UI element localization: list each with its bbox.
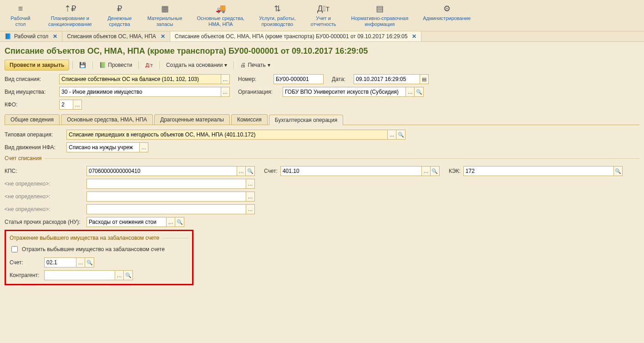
nav-materials[interactable]: ▦ Материальные запасы [140, 2, 190, 29]
ellipsis-icon[interactable]: … [139, 142, 148, 152]
ellipsis-icon[interactable]: … [246, 204, 255, 214]
other-expense-combo[interactable]: … 🔍 [86, 217, 184, 227]
run-and-close-button[interactable]: Провести и закрыть [5, 60, 69, 71]
nav-money[interactable]: ₽ Денежные средства [99, 2, 140, 29]
nav-admin[interactable]: ⚙ Администрирование [416, 2, 478, 29]
contractor-input[interactable] [44, 270, 115, 280]
org-label: Организация: [238, 89, 279, 95]
writeoff-type-input[interactable] [59, 74, 221, 84]
ellipsis-icon[interactable]: … [76, 257, 85, 267]
typical-op-label: Типовая операция: [5, 131, 64, 138]
kps-input[interactable] [86, 166, 237, 176]
writeoff-type-combo[interactable]: … [59, 74, 230, 84]
sliders-icon: ⇅ [259, 4, 295, 14]
kfo-label: КФО: [5, 101, 56, 108]
undef-label-3: <не определено>: [5, 206, 84, 212]
search-icon[interactable]: 🔍 [175, 217, 184, 227]
contractor-combo[interactable]: … 🔍 [44, 270, 133, 280]
property-type-combo[interactable]: … [59, 87, 230, 97]
nfa-move-combo[interactable]: … [66, 142, 148, 152]
search-icon[interactable]: 🔍 [246, 166, 255, 176]
ellipsis-icon[interactable]: … [115, 270, 124, 280]
document-toolbar: Провести и закрыть 💾 📗Провести Дͯт Созда… [5, 60, 639, 71]
search-icon[interactable]: 🔍 [396, 130, 406, 140]
date-field[interactable]: ▤ [354, 74, 429, 84]
ellipsis-icon[interactable]: … [246, 179, 255, 189]
ellipsis-icon[interactable]: … [421, 166, 431, 176]
kfo-combo[interactable]: … [59, 100, 82, 110]
undef-input-3[interactable] [86, 204, 246, 214]
ellipsis-icon[interactable]: … [246, 192, 255, 202]
tab-accounting-operation[interactable]: Бухгалтерская операция [269, 115, 343, 125]
nav-reference[interactable]: ▤ Нормативно-справочная информация [344, 2, 416, 29]
search-icon[interactable]: 🔍 [614, 166, 623, 176]
tab-writeoff-document[interactable]: Списание объектов ОС, НМА, НПА (кроме тр… [170, 31, 422, 41]
dk-button[interactable]: Дͯт [142, 61, 156, 70]
chart-icon: ⇡₽ [48, 4, 92, 14]
ellipsis-icon[interactable]: … [73, 100, 82, 110]
nav-fixed-assets[interactable]: 🚚 Основные средства, НМА, НПА [190, 2, 252, 29]
kek-combo[interactable]: 🔍 [463, 166, 623, 176]
calendar-icon[interactable]: ▤ [420, 74, 429, 84]
tab-writeoffs-list[interactable]: Списания объектов ОС, НМА, НПА ✕ [62, 31, 170, 41]
offbalance-section-highlighted: Отражение выбывшего имущества на забалан… [5, 230, 193, 285]
account-combo[interactable]: … 🔍 [280, 166, 440, 176]
ellipsis-icon[interactable]: … [237, 166, 246, 176]
tab-precious[interactable]: Драгоценные материалы [154, 114, 230, 125]
offbalance-section-title: Отражение выбывшего имущества на забалан… [10, 235, 188, 241]
nav-services[interactable]: ⇅ Услуги, работы, производство [252, 2, 303, 29]
section-tabs: Общие сведения Основные средства, НМА, Н… [5, 114, 639, 125]
print-button[interactable]: 🖨Печать ▾ [237, 60, 273, 70]
close-icon[interactable]: ✕ [412, 33, 416, 40]
kps-label: КПС: [5, 168, 84, 174]
offbalance-checkbox[interactable] [11, 246, 18, 252]
nfa-move-input[interactable] [66, 142, 139, 152]
kfo-input[interactable] [59, 100, 73, 110]
undef-combo-3[interactable]: … [86, 204, 255, 214]
accounting-panel: Типовая операция: … 🔍 Вид движения НФА: … [5, 125, 639, 290]
create-based-button[interactable]: Создать на основании ▾ [163, 60, 231, 70]
tab-desktop[interactable]: 📘 Рабочий стол ✕ [0, 31, 62, 41]
tab-assets[interactable]: Основные средства, НМА, НПА [61, 114, 153, 125]
truck-icon: 🚚 [197, 4, 245, 14]
nav-reports[interactable]: Дͯт Учет и отчетность [303, 2, 344, 29]
run-icon: 📗 [99, 62, 106, 68]
nav-planning[interactable]: ⇡₽ Планирование и санкционирование [41, 2, 99, 29]
run-button[interactable]: 📗Провести [96, 60, 135, 70]
undef-combo-1[interactable]: … [86, 179, 255, 189]
undef-input-2[interactable] [86, 192, 246, 202]
ellipsis-icon[interactable]: … [221, 87, 230, 97]
search-icon[interactable]: 🔍 [415, 87, 424, 97]
undef-combo-2[interactable]: … [86, 192, 255, 202]
kek-input[interactable] [463, 166, 614, 176]
ellipsis-icon[interactable]: … [406, 87, 415, 97]
ellipsis-icon[interactable]: … [221, 74, 230, 84]
property-type-input[interactable] [59, 87, 221, 97]
print-icon: 🖨 [240, 62, 246, 68]
number-input[interactable] [274, 74, 324, 84]
typical-op-combo[interactable]: … 🔍 [66, 130, 406, 140]
account-label: Счет: [264, 168, 278, 174]
undef-input-1[interactable] [86, 179, 246, 189]
date-input[interactable] [354, 74, 420, 84]
close-icon[interactable]: ✕ [53, 33, 57, 40]
account-input[interactable] [280, 166, 421, 176]
search-icon[interactable]: 🔍 [85, 257, 94, 267]
save-button[interactable]: 💾 [76, 60, 89, 70]
org-input[interactable] [283, 87, 406, 97]
org-combo[interactable]: … 🔍 [283, 87, 424, 97]
tab-commission[interactable]: Комиссия [231, 114, 268, 125]
tab-general[interactable]: Общие сведения [5, 114, 60, 125]
close-icon[interactable]: ✕ [161, 33, 165, 40]
search-icon[interactable]: 🔍 [124, 270, 133, 280]
kps-combo[interactable]: … 🔍 [86, 166, 255, 176]
ellipsis-icon[interactable]: … [387, 130, 396, 140]
typical-op-input[interactable] [66, 130, 387, 140]
offbal-account-input[interactable] [44, 257, 76, 267]
other-expense-input[interactable] [86, 217, 166, 227]
ellipsis-icon[interactable]: … [166, 217, 175, 227]
nav-desktop[interactable]: ≡ Рабочий стол [0, 2, 41, 29]
offbal-account-combo[interactable]: … 🔍 [44, 257, 94, 267]
search-icon[interactable]: 🔍 [431, 166, 440, 176]
offbal-account-label: Счет: [10, 259, 41, 266]
